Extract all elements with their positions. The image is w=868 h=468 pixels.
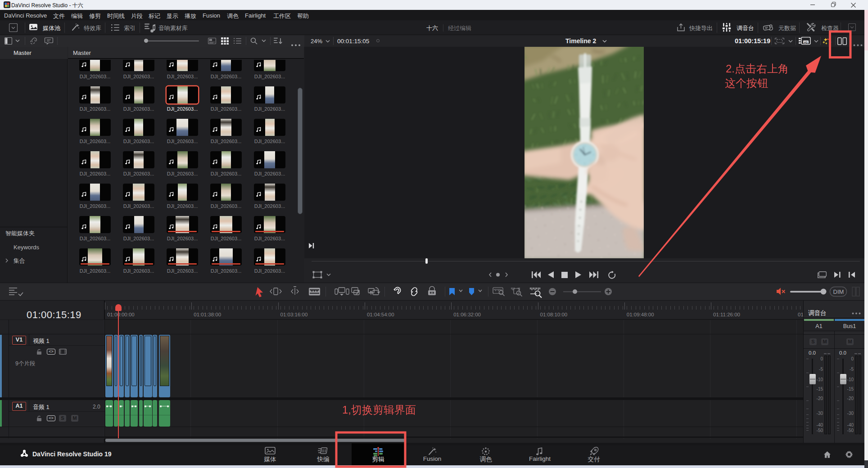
svg-text:DIM: DIM [833,288,844,295]
svg-text:HQ: HQ [804,41,808,44]
